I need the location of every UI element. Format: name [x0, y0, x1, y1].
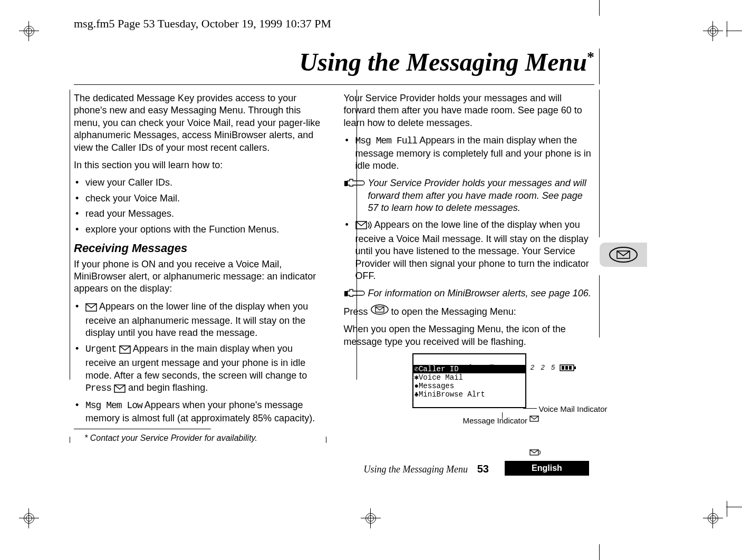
registration-mark [703, 508, 723, 528]
column-rule [70, 90, 70, 380]
callout-leader [523, 408, 537, 409]
receiving-list: Appears on the lower line of the display… [74, 301, 325, 425]
label-msg-mem-low: Msg Mem Low [85, 400, 142, 411]
pointing-hand-icon [344, 288, 365, 302]
crop-mark [727, 21, 727, 37]
envelope-icon [85, 303, 97, 315]
menu-label: MiniBrowse Alrt [419, 390, 485, 399]
phone-screen-mock: 1 2 2 5 ✆Caller ID ✱Voice [412, 353, 595, 408]
content-columns: The dedicated Message Key provides acces… [74, 92, 594, 430]
label-msg-mem-full: Msg Mem Full [355, 136, 418, 146]
svg-rect-12 [481, 366, 484, 371]
thumb-tab-messaging [600, 243, 647, 267]
menu-label: Caller ID [419, 365, 459, 373]
page: msg.fm5 Page 53 Tuesday, October 19, 199… [0, 0, 742, 560]
note: Your Service Provider holds your message… [344, 177, 595, 214]
status-bar-graphics: 1 2 2 5 [467, 363, 577, 372]
registration-mark [19, 21, 39, 41]
note-text: Your Service Provider holds your message… [368, 178, 586, 213]
page-number: 53 [477, 463, 489, 475]
column-right: Your Service Provider holds your message… [344, 92, 595, 430]
list-item: Appears on the lowe line of the display … [344, 219, 595, 283]
menu-item: ●Messages [413, 382, 525, 390]
title-footnote-marker: * [587, 49, 594, 65]
section-heading-receiving: Receiving Messages [74, 241, 325, 256]
menu-label: Messages [419, 382, 454, 390]
column-rule [70, 437, 70, 443]
footer-running-title: Using the Messaging Menu [364, 464, 468, 475]
list-item: check your Voice Mail. [74, 192, 325, 205]
page-title: Using the Messaging Menu* [300, 47, 594, 76]
list-item: explore your options with the Function M… [74, 224, 325, 236]
col2-list-b: Appears on the lowe line of the display … [344, 219, 595, 283]
svg-rect-19 [569, 366, 572, 370]
crop-mark [726, 31, 742, 31]
list-item: Urgent Appears in the main display when … [74, 343, 325, 397]
envelope-sound-icon [355, 220, 372, 233]
menu-item: ✱Voice Mail [413, 373, 525, 382]
column-rule [599, 275, 600, 337]
svg-rect-10 [475, 369, 477, 371]
registration-mark [19, 508, 39, 528]
paragraph: Your Service Provider holds your message… [344, 92, 595, 129]
phone-screen: 1 2 2 5 ✆Caller ID ✱Voice [412, 353, 526, 408]
receiving-intro: If your phone is ON and you receive a Vo… [74, 258, 325, 295]
indicator-row [413, 399, 525, 407]
clock-text: 1 2 2 5 [520, 364, 556, 372]
column-rule [326, 437, 326, 443]
column-rule [599, 90, 600, 237]
pointing-hand-icon [344, 178, 365, 192]
status-bar: 1 2 2 5 [413, 354, 525, 365]
registration-mark [361, 508, 381, 528]
svg-rect-17 [562, 366, 564, 370]
paragraph: When you open the Messaging Menu, the ic… [344, 323, 595, 348]
battery-icon [560, 365, 576, 371]
svg-rect-16 [574, 366, 576, 369]
list-item: view your Caller IDs. [74, 177, 325, 189]
svg-rect-5 [344, 291, 348, 296]
text: Appears on the lowe line of the display … [355, 219, 589, 282]
title-text: Using the Messaging Menu [300, 48, 587, 76]
list-item: Msg Mem Full Appears in the main display… [344, 134, 595, 172]
note-text: For information on MiniBrowser alerts, s… [368, 288, 591, 298]
press-line: Press to open the Messaging Menu: [344, 304, 595, 318]
message-key-icon [371, 306, 391, 317]
intro-paragraph: The dedicated Message Key provides acces… [74, 92, 325, 154]
note: For information on MiniBrowser alerts, s… [344, 287, 595, 300]
footnote: * Contact your Service Provider for avai… [84, 433, 257, 443]
column-rule [599, 49, 600, 84]
label-urgent: Urgent [85, 344, 117, 354]
svg-rect-3 [344, 181, 348, 186]
svg-point-22 [610, 247, 637, 262]
svg-rect-18 [565, 366, 568, 370]
label-press: Press [85, 383, 111, 393]
envelope-icon [119, 345, 131, 357]
menu-label: Voice Mail [419, 373, 463, 382]
svg-rect-11 [478, 368, 480, 371]
column-left: The dedicated Message Key provides acces… [74, 92, 325, 430]
svg-point-6 [371, 305, 388, 314]
text: Press [344, 306, 371, 317]
title-rule [74, 84, 594, 85]
footnote-rule [74, 429, 211, 429]
signal-icon [468, 364, 494, 371]
crop-mark [727, 501, 727, 517]
intro-lead: In this section you will learn how to: [74, 159, 325, 171]
text: Appears on the lower line of the display… [85, 301, 308, 339]
running-header: msg.fm5 Page 53 Tuesday, October 19, 199… [74, 17, 331, 31]
language-badge: English [505, 461, 589, 476]
svg-rect-13 [485, 365, 489, 371]
learn-list: view your Caller IDs. check your Voice M… [74, 177, 325, 236]
list-item: Appears on the lower line of the display… [74, 301, 325, 340]
crop-mark [599, 544, 600, 560]
envelope-icon [114, 384, 126, 396]
crop-mark [726, 507, 742, 507]
menu-item: ♣MiniBrowse Alrt [413, 390, 525, 399]
crop-mark [599, 0, 600, 16]
text: and begin flashing. [126, 382, 208, 393]
callout-message-indicator: Message Indicator [463, 416, 528, 426]
text: to open the Messaging Menu: [391, 306, 516, 317]
message-key-icon [609, 247, 638, 263]
svg-rect-14 [490, 365, 494, 371]
col2-list-a: Msg Mem Full Appears in the main display… [344, 134, 595, 172]
